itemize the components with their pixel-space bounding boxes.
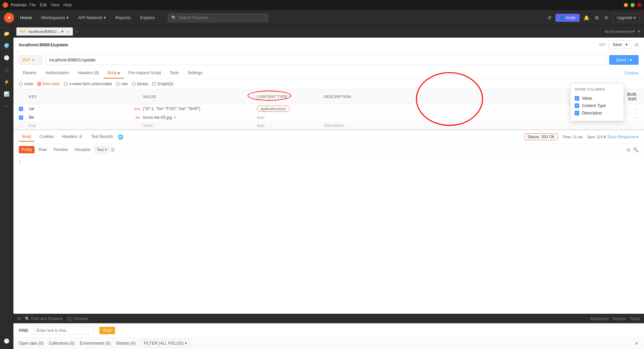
console-button[interactable]: ⬛ Console [67,316,88,321]
close-find-replace-button[interactable]: ✕ [635,341,639,346]
tab-authorization[interactable]: Authorization [41,68,73,79]
resp-tab-test-results[interactable]: Test Results [88,132,116,142]
tab-close-button[interactable]: ✕ [67,30,69,34]
tab-tests[interactable]: Tests [166,68,183,79]
key-type-text[interactable]: text [134,107,140,111]
nav-home[interactable]: Home [17,13,35,22]
globals-tab[interactable]: Globals (0) [116,340,136,346]
more-tabs-button[interactable]: ··· [80,28,88,35]
search-response-button[interactable]: 🔍 [633,147,639,152]
dropdown-item-description[interactable]: ✓ Description [575,109,620,117]
settings-icon[interactable]: ⚙ [593,14,600,22]
resp-format-visualize[interactable]: Visualize [72,146,93,153]
row-actions-car[interactable]: ··· [629,106,639,111]
request-tab[interactable]: PUT localhost:8080/1/... ✕ [16,27,73,36]
bootcamp-button[interactable]: Bootcamp [590,316,608,321]
menu-edit[interactable]: Edit [40,3,47,7]
layout-icon[interactable]: ⊟ [635,42,639,47]
save-dropdown-button[interactable]: ▾ [623,42,628,47]
filter-icon[interactable]: ☰ [111,147,115,152]
dropdown-item-value[interactable]: ✓ Value [575,95,620,102]
menu-view[interactable]: View [51,3,59,7]
notification-icon[interactable]: 🔔 [582,14,591,22]
invite-button[interactable]: 👤 Invite [555,14,580,22]
tab-body[interactable]: Body [104,68,124,79]
sidebar-item-api[interactable]: ⬡ [1,64,12,75]
layout-split-button[interactable]: ⊟ [17,316,21,321]
sidebar-item-flows[interactable]: ↔ [1,101,12,111]
resp-format-pretty[interactable]: Pretty [19,146,35,153]
runner-button[interactable]: Runner [612,316,626,321]
row-value-file[interactable]: bruce-lee-05.jpg ✕ [143,115,257,120]
resp-tab-cookies[interactable]: Cookies [36,132,57,142]
sync-icon[interactable]: ↺ [546,14,553,22]
nav-reports[interactable]: Reports [112,13,134,22]
menu-file[interactable]: File [29,3,36,7]
body-option-urlencoded[interactable]: x-www-form-urlencoded [64,82,112,86]
checkbox-content-type[interactable]: ✓ [575,103,579,108]
sidebar-item-history2[interactable]: 🕑 [1,336,12,346]
copy-response-button[interactable]: ⧉ [627,147,630,153]
search-bar[interactable]: 🔍 Search Postman [168,13,268,22]
update-icon[interactable]: ⟳ [603,14,610,22]
body-option-form-data[interactable]: form-data [37,82,60,86]
body-option-raw[interactable]: raw [116,82,127,86]
menu-help[interactable]: Help [63,3,72,7]
close-button[interactable] [637,3,641,7]
sidebar-item-environments[interactable]: 🌍 [1,40,12,51]
upgrade-button[interactable]: Upgrade ▾ [612,13,640,22]
row-checkbox-car[interactable]: ✓ [19,107,23,111]
resp-format-preview[interactable]: Preview [51,146,70,153]
nav-explore[interactable]: Explore [137,13,158,22]
sidebar-item-monitor[interactable]: 📊 [1,89,12,99]
empty-key-field[interactable]: Key [29,123,143,128]
sidebar-item-history[interactable]: 🕐 [1,52,12,63]
key-name-car[interactable]: car [29,106,35,111]
cookies-link[interactable]: Cookies [624,71,639,76]
trash-button[interactable]: Trash [630,316,640,321]
tab-params[interactable]: Params [19,68,41,79]
environment-selector[interactable]: No Environment ▾ [605,29,635,34]
sidebar-item-mock[interactable]: ⚡ [1,77,12,87]
tab-headers[interactable]: Headers (8) [73,68,103,79]
body-option-none[interactable]: none [19,82,33,86]
filter-button[interactable]: FILTER (ALL FIELDS) ▾ [141,340,190,347]
add-tab-button[interactable]: + [73,28,80,36]
checkbox-value[interactable]: ✓ [575,96,579,101]
environments-tab[interactable]: Environments (0) [80,340,110,346]
send-dropdown-button[interactable]: ▾ [627,57,632,62]
content-type-badge-car[interactable]: application/json [257,106,290,112]
tab-pre-request-script[interactable]: Pre-request Script [124,68,165,79]
save-button[interactable]: Save ▾ [608,40,632,49]
collections-tab[interactable]: Collections (0) [49,340,74,346]
sidebar-item-collections[interactable]: 📁 [1,28,12,39]
find-button[interactable]: Find [99,327,115,334]
method-selector[interactable]: PUT ▾ [19,55,42,65]
dropdown-item-content-type[interactable]: ✓ Content Type [575,102,620,109]
nav-workspaces[interactable]: Workspaces ▾ [38,13,72,22]
resp-tab-headers[interactable]: Headers4 [59,132,87,142]
row-value-car[interactable]: {"id":1, "foo":"FOO","bar":"BAR"} [143,106,257,111]
empty-value-field[interactable]: Value [143,123,257,128]
row-checkbox-empty[interactable] [19,123,23,128]
code-icon[interactable]: </> [599,42,605,47]
resp-tab-body[interactable]: Body [19,132,35,142]
url-input[interactable] [45,55,606,65]
row-checkbox-file[interactable]: ✓ [19,115,23,120]
tab-settings[interactable]: Settings [184,68,206,79]
globe-icon[interactable]: 🌐 [118,134,123,140]
resp-format-raw[interactable]: Raw [36,146,49,153]
file-close-button[interactable]: ✕ [173,115,176,120]
text-format-selector[interactable]: Text ▾ [95,146,109,153]
find-replace-button[interactable]: 🔍 Find and Replace [25,316,63,321]
body-option-graphql[interactable]: GraphQL [152,82,174,86]
row-actions-file[interactable]: ··· [629,115,639,120]
save-response-button[interactable]: Save Response ▾ [607,135,639,139]
eye-icon[interactable]: 👁 [637,29,641,34]
nav-api-network[interactable]: API Network ▾ [75,13,109,22]
key-name-file[interactable]: file [29,115,34,120]
maximize-button[interactable] [631,3,635,7]
checkbox-description[interactable]: ✓ [575,111,579,115]
body-option-binary[interactable]: binary [132,82,148,86]
minimize-button[interactable] [624,3,628,7]
